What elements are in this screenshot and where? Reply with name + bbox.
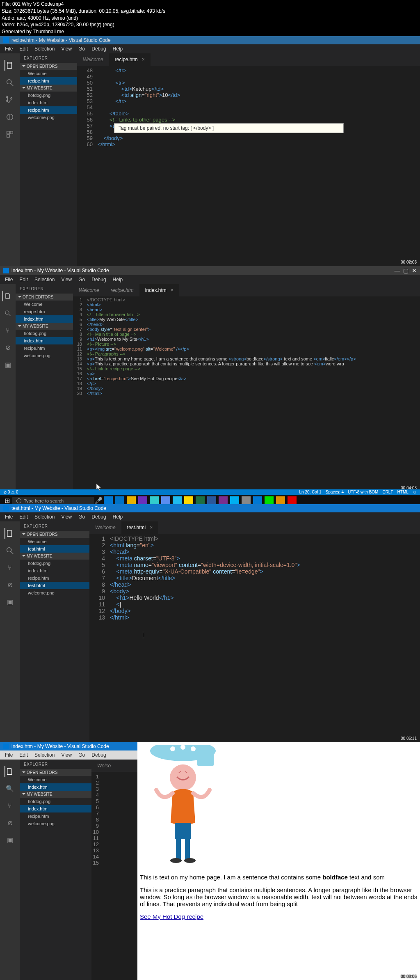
workspace-section[interactable]: MY WEBSITE [20, 553, 89, 560]
editor-tab[interactable]: index.htm× [139, 284, 179, 296]
debug-icon[interactable] [5, 112, 15, 122]
sidebar-item[interactable]: recipe.htm [20, 77, 77, 85]
menubar[interactable]: File Edit Selection View Go Debug Help [0, 275, 420, 284]
mic-icon[interactable]: 🎤 [94, 497, 103, 504]
sidebar-item[interactable]: recipe.htm [16, 308, 73, 315]
sidebar-item[interactable]: index.htm [20, 567, 89, 574]
menu-edit[interactable]: Edit [16, 45, 31, 53]
sidebar-item[interactable]: welcome.png [20, 820, 91, 827]
skype-icon[interactable] [230, 496, 239, 504]
debug-icon[interactable]: ⊘ [5, 818, 15, 829]
code-editor[interactable]: 1<!DOCTYPE html>2<html lang="en">3<head>… [89, 534, 420, 622]
sidebar-item[interactable]: recipe.htm [16, 344, 73, 352]
menu-view[interactable]: View [58, 276, 75, 283]
git-icon[interactable]: ⑂ [5, 801, 15, 811]
sidebar-item[interactable]: Welcome [20, 776, 91, 783]
sidebar-item[interactable]: test.html [20, 545, 89, 553]
close-icon[interactable]: × [171, 287, 173, 293]
code-editor[interactable]: 48 </tr>4950 <tr>51 <td>Ketchup</td>52 <… [77, 66, 420, 149]
git-icon[interactable] [5, 94, 15, 105]
git-icon[interactable]: ⑂ [2, 325, 13, 336]
menubar[interactable]: File Edit Selection View Go Debug Help [0, 512, 420, 521]
extensions-icon[interactable]: ▣ [2, 360, 13, 370]
browser-recipe-link[interactable]: See My Hot Dog recipe [140, 913, 203, 920]
menu-file[interactable]: File [2, 513, 16, 521]
app-icon-3[interactable] [265, 496, 274, 504]
menubar[interactable]: File Edit Selection View Go Debug Help [0, 44, 420, 53]
sidebar-item[interactable]: recipe.htm [20, 812, 91, 820]
menubar[interactable]: File Edit Selection View Go Debug [0, 750, 137, 760]
vscode-taskbar-icon[interactable] [253, 496, 262, 504]
window-titlebar[interactable]: recipe.htm - My Website - Visual Studio … [0, 36, 420, 44]
menu-file[interactable]: File [2, 276, 16, 283]
editor-tab[interactable]: Welcome [77, 53, 109, 66]
menu-selection[interactable]: Selection [31, 513, 58, 521]
editor-tab[interactable]: recipe.htm [105, 284, 139, 296]
code-editor[interactable]: 123456789101112131415 [91, 772, 137, 868]
menu-file[interactable]: File [2, 751, 16, 759]
sidebar-item[interactable]: recipe.htm [20, 574, 89, 582]
editor-tab[interactable]: test.html× [121, 521, 158, 534]
explorer-icon[interactable] [5, 528, 15, 539]
search-icon[interactable] [5, 545, 15, 556]
explorer-icon[interactable] [5, 766, 15, 777]
search-icon[interactable] [5, 77, 15, 88]
excel-icon[interactable] [196, 496, 205, 504]
menu-debug[interactable]: Debug [88, 513, 109, 521]
open-editors-section[interactable]: OPEN EDITORS [20, 63, 77, 70]
open-editors-section[interactable]: OPEN EDITORS [20, 531, 89, 538]
menu-debug[interactable]: Debug [88, 751, 109, 759]
sidebar-item[interactable]: hotdog.png [20, 92, 77, 99]
code-editor[interactable]: 1<!DOCTYPE html>2<html>3<head>4<!-- Titl… [73, 296, 420, 397]
menu-edit[interactable]: Edit [16, 513, 31, 521]
menu-view[interactable]: View [58, 513, 75, 521]
editor-tab[interactable]: Welcome [73, 284, 105, 296]
status-problems[interactable]: ⊘ 0 ⚠ 0 [3, 490, 18, 494]
window-titlebar[interactable]: index.htm - My Website - Visual Studio C… [0, 742, 137, 750]
menu-selection[interactable]: Selection [31, 276, 58, 283]
outlook-icon[interactable] [115, 496, 124, 504]
extensions-icon[interactable]: ▣ [5, 835, 15, 846]
sidebar-item[interactable]: welcome.png [20, 114, 77, 121]
sidebar-item[interactable]: Welcome [20, 538, 89, 545]
sidebar-item[interactable]: index.htm [20, 805, 91, 812]
menu-go[interactable]: Go [75, 513, 88, 521]
status-item[interactable]: CRLF [382, 490, 393, 494]
window-titlebar[interactable]: test.html - My Website - Visual Studio C… [0, 504, 420, 512]
task-view-icon[interactable] [104, 496, 113, 504]
menu-selection[interactable]: Selection [31, 45, 58, 53]
sidebar-item[interactable]: index.htm [20, 783, 91, 791]
sidebar-item[interactable]: hotdog.png [20, 560, 89, 567]
sidebar-item[interactable]: welcome.png [16, 352, 73, 359]
debug-icon[interactable]: ⊘ [5, 580, 15, 590]
workspace-section[interactable]: MY WEBSITE [20, 791, 91, 798]
extensions-icon[interactable]: ▣ [5, 597, 15, 608]
menu-debug[interactable]: Debug [88, 276, 109, 283]
app-icon-2[interactable] [242, 496, 251, 504]
workspace-section[interactable]: MY WEBSITE [20, 85, 77, 92]
status-item[interactable]: ☺ [413, 490, 417, 494]
sidebar-item[interactable]: Welcome [16, 301, 73, 308]
editor-tab[interactable]: Welco [91, 760, 116, 772]
start-button[interactable]: ⊞ [2, 497, 12, 504]
file-explorer-icon[interactable] [127, 496, 136, 504]
search-icon[interactable] [2, 308, 13, 319]
visual-studio-icon[interactable] [138, 496, 147, 504]
sidebar-item[interactable]: hotdog.png [20, 798, 91, 805]
menu-help[interactable]: Help [110, 276, 126, 283]
open-editors-section[interactable]: OPEN EDITORS [20, 769, 91, 776]
sidebar-item[interactable]: index.htm [16, 315, 73, 323]
menu-edit[interactable]: Edit [16, 751, 31, 759]
ie-icon[interactable] [173, 496, 182, 504]
status-item[interactable]: HTML [397, 490, 409, 494]
extensions-icon[interactable] [5, 129, 15, 140]
menu-view[interactable]: View [58, 45, 75, 53]
explorer-icon[interactable] [2, 291, 13, 301]
menu-go[interactable]: Go [75, 751, 88, 759]
open-editors-section[interactable]: OPEN EDITORS [16, 294, 73, 301]
onenote-icon[interactable] [219, 496, 228, 504]
sidebar-item[interactable]: hotdog.png [16, 330, 73, 337]
menu-view[interactable]: View [58, 751, 75, 759]
sidebar-item[interactable]: test.html [20, 582, 89, 589]
search-icon[interactable]: 🔍 [5, 783, 15, 794]
